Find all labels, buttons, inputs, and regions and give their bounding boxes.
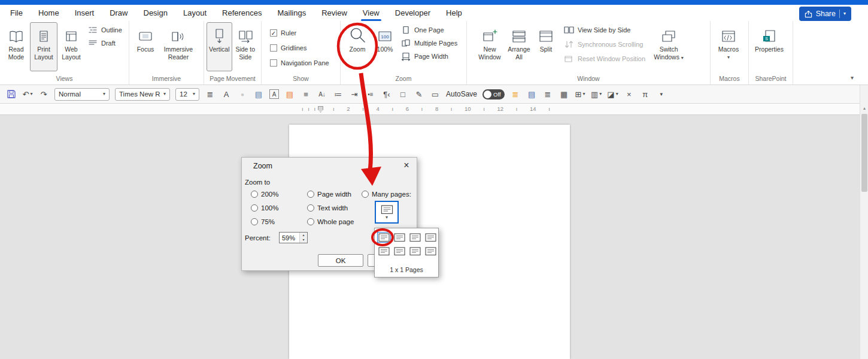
percent-input[interactable]: 59% ▴ ▾ (279, 232, 308, 243)
radio-75[interactable]: 75% (251, 218, 275, 225)
fill-icon[interactable]: ◪▾ (607, 88, 618, 100)
tab-layout[interactable]: Layout (175, 5, 214, 21)
close-icon[interactable]: × (624, 88, 635, 100)
page-width-button[interactable]: Page Width (400, 50, 457, 62)
switch-windows-button[interactable]: Switch Windows ▾ (651, 22, 686, 71)
chart-icon[interactable]: ▥▾ (591, 88, 602, 100)
tab-developer[interactable]: Developer (387, 5, 438, 21)
zoom-button[interactable]: Zoom (343, 22, 372, 71)
share-button[interactable]: Share ▾ (799, 7, 851, 21)
collapse-ribbon-chevron-icon[interactable]: ▾ (851, 74, 854, 81)
save-icon[interactable] (6, 88, 17, 100)
style-dropdown[interactable]: Normal▾ (54, 88, 110, 101)
draft-button[interactable]: Draft (87, 37, 122, 49)
tab-view[interactable]: View (355, 5, 387, 21)
radio-page-width[interactable]: Page width (307, 191, 351, 198)
tab-home[interactable]: Home (31, 5, 67, 21)
pages-grid-cell[interactable] (408, 246, 422, 257)
record-circle-icon[interactable]: ● (237, 88, 248, 100)
immersive-reader-button[interactable]: Immersive Reader (159, 22, 198, 71)
tab-design[interactable]: Design (136, 5, 175, 21)
arrange-all-button[interactable]: Arrange All (504, 22, 534, 71)
tab-file[interactable]: File (2, 5, 31, 21)
view-side-by-side-button[interactable]: View Side by Side (564, 24, 645, 36)
read-mode-button[interactable]: Read Mode (2, 22, 30, 71)
radio-whole-page[interactable]: Whole page (307, 218, 354, 225)
multiple-pages-button[interactable]: Multiple Pages (400, 37, 457, 49)
web-layout-button[interactable]: Web Layout (57, 22, 85, 71)
pages-grid-cell[interactable] (377, 246, 391, 257)
pages-grid-cell[interactable] (424, 232, 438, 243)
radio-text-width[interactable]: Text width (307, 204, 348, 212)
outline-button[interactable]: Outline (87, 24, 122, 36)
side-to-side-button[interactable]: Side to Side (232, 22, 259, 71)
ok-button[interactable]: OK (318, 254, 363, 267)
quick-access-toolbar: ↶▾ ↷ Normal▾ Times New R▾ 12▾ ≣ A ● ▤ A … (0, 85, 868, 104)
borders-icon[interactable]: ▦ (559, 88, 569, 100)
pages-grid-cell[interactable] (393, 246, 406, 257)
equation-icon[interactable]: π (640, 88, 651, 100)
print-icon[interactable]: ▤ (526, 88, 537, 100)
pages-grid-cell[interactable] (408, 232, 422, 243)
highlight-icon[interactable]: ≣ (510, 88, 521, 100)
vertical-button[interactable]: Vertical (207, 22, 232, 71)
numbered-list-icon[interactable]: ≔ (333, 88, 344, 100)
font-style-icon[interactable]: A (221, 88, 232, 100)
signature-icon[interactable]: ✎ (414, 88, 424, 100)
insert-page-icon[interactable]: ▭ (430, 88, 441, 100)
tab-mailings[interactable]: Mailings (270, 5, 314, 21)
copy-icon[interactable]: ▤ (253, 88, 264, 100)
radio-200[interactable]: 200% (251, 191, 278, 198)
scroll-up-icon[interactable]: ▴ (860, 105, 868, 111)
new-window-button[interactable]: New Window (475, 22, 504, 71)
blank-page-icon[interactable]: □ (397, 88, 408, 100)
vertical-scrollbar[interactable]: ▴ (860, 85, 868, 359)
more-options-chevron-icon[interactable]: ▾ (656, 88, 667, 100)
radio-many-pages[interactable]: Many pages: (362, 191, 411, 198)
split-button[interactable]: Split (534, 22, 558, 71)
paragraph-marks-icon[interactable]: ¶‹ (381, 88, 392, 100)
formatting-marks-icon[interactable]: ≣ (205, 88, 216, 100)
focus-button[interactable]: Focus (132, 22, 159, 71)
zoom-100-button[interactable]: 100 100% (372, 22, 398, 71)
tab-help[interactable]: Help (438, 5, 470, 21)
chevron-down-icon: ▾ (386, 215, 388, 220)
character-border-icon[interactable]: A (269, 89, 279, 99)
indent-icon[interactable]: ⇥ (349, 88, 360, 100)
ruler-checkbox[interactable]: ✓ Ruler (270, 27, 329, 39)
reset-window-position-button: Reset Window Position (564, 53, 645, 65)
navigation-pane-checkbox[interactable]: Navigation Pane (270, 57, 329, 69)
gridlines-checkbox[interactable]: Gridlines (270, 42, 329, 54)
spinner-down-icon[interactable]: ▾ (300, 238, 307, 243)
properties-button[interactable]: S Properties (751, 22, 787, 71)
font-size-dropdown[interactable]: 12▾ (175, 88, 199, 101)
print-layout-button[interactable]: Print Layout (30, 22, 57, 71)
autosave-toggle[interactable]: Off (482, 89, 505, 99)
bullet-list-icon[interactable]: •≡ (365, 88, 376, 100)
pages-grid-dropdown: 1 x 1 Pages (374, 228, 439, 277)
chevron-down-icon[interactable]: ▾ (843, 11, 846, 16)
sort-icon[interactable]: A↓ (317, 88, 327, 100)
tab-draw[interactable]: Draw (102, 5, 135, 21)
tab-insert[interactable]: Insert (67, 5, 102, 21)
document-icon[interactable]: ≣ (542, 88, 553, 100)
ribbon-group-window: New Window Arrange All Split View Side b… (467, 21, 711, 85)
dialog-close-icon[interactable]: × (396, 158, 417, 173)
scrollbar-thumb[interactable] (861, 114, 867, 192)
tab-review[interactable]: Review (314, 5, 355, 21)
line-spacing-icon[interactable]: ≡ (301, 88, 311, 100)
tab-references[interactable]: References (214, 5, 269, 21)
many-pages-monitor-button[interactable]: ▾ (375, 201, 399, 224)
one-page-button[interactable]: One Page (400, 24, 457, 36)
radio-100[interactable]: 100% (251, 204, 278, 212)
spinner-up-icon[interactable]: ▴ (300, 233, 307, 238)
font-dropdown[interactable]: Times New R▾ (115, 88, 170, 101)
pages-grid-cell[interactable] (424, 246, 438, 257)
undo-icon[interactable]: ↶▾ (22, 88, 33, 100)
page-color-icon[interactable]: ▤ (284, 88, 295, 100)
pages-grid-cell[interactable] (393, 232, 406, 243)
redo-icon[interactable]: ↷ (38, 88, 49, 100)
macros-button[interactable]: Macros ▾ (713, 22, 744, 71)
table-icon[interactable]: ⊞▾ (575, 88, 585, 100)
pages-grid-cell-1x1[interactable] (377, 232, 391, 243)
